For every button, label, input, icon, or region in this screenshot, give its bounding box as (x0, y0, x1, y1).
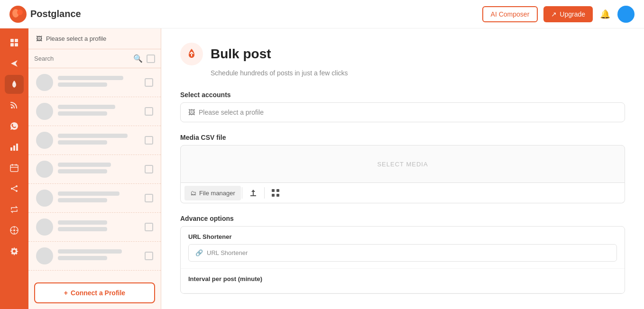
svg-point-21 (13, 229, 15, 231)
file-manager-label: File manager (199, 190, 235, 197)
sidebar-item-repost[interactable] (5, 200, 24, 219)
profile-sub-line (58, 256, 107, 260)
svg-rect-29 (276, 194, 279, 197)
profile-item-info (58, 105, 140, 118)
media-csv-section: Media CSV file SELECT MEDIA 🗂 File manag… (180, 134, 625, 203)
avatar (36, 132, 53, 149)
plus-icon: + (64, 289, 68, 297)
media-upload-area[interactable]: SELECT MEDIA (180, 145, 625, 183)
search-icon[interactable]: 🔍 (133, 54, 143, 63)
svg-rect-11 (10, 165, 18, 172)
icon-sidebar (0, 28, 28, 309)
page-header: Bulk post (180, 43, 625, 65)
svg-point-2 (17, 9, 23, 15)
list-item[interactable] (28, 213, 161, 242)
page-title: Bulk post (211, 46, 271, 62)
profile-sub-line (58, 140, 107, 145)
select-all-checkbox[interactable] (147, 55, 155, 63)
sidebar-item-share[interactable] (5, 179, 24, 198)
profile-checkbox[interactable] (145, 136, 153, 145)
profile-list (28, 68, 161, 277)
list-item[interactable] (28, 155, 161, 184)
header-right: AI Composer ↗ Upgrade 🔔 (482, 6, 635, 23)
upload-icon (249, 189, 258, 197)
profile-name-line (58, 105, 115, 109)
svg-rect-4 (15, 39, 18, 42)
advance-options-section: URL Shortener 🔗 URL Shortener Interval p… (180, 226, 625, 294)
sidebar-item-rss[interactable] (5, 96, 24, 115)
connect-profile-label: Connect a Profile (71, 289, 125, 297)
notification-icon[interactable]: 🔔 (598, 8, 612, 21)
sidebar-item-dashboard[interactable] (5, 33, 24, 52)
profile-checkbox[interactable] (145, 252, 153, 260)
avatar (36, 218, 53, 236)
svg-point-16 (16, 185, 18, 187)
upgrade-button[interactable]: ↗ Upgrade (543, 6, 593, 22)
svg-rect-3 (10, 39, 14, 42)
svg-line-18 (13, 187, 16, 188)
url-shortener-placeholder: URL Shortener (207, 249, 248, 256)
profile-checkbox[interactable] (145, 107, 153, 116)
search-input[interactable] (34, 55, 129, 62)
profile-checkbox[interactable] (145, 78, 153, 87)
header: Postglance AI Composer ↗ Upgrade 🔔 (0, 0, 644, 28)
list-item[interactable] (28, 184, 161, 213)
select-accounts-placeholder: Please select a profile (199, 109, 264, 116)
list-item[interactable] (28, 126, 161, 155)
upgrade-icon: ↗ (551, 10, 557, 18)
profile-checkbox[interactable] (145, 194, 153, 202)
svg-point-17 (16, 190, 18, 192)
select-accounts-box[interactable]: 🖼 Please select a profile (180, 102, 625, 122)
url-shortener-row: URL Shortener 🔗 URL Shortener (181, 227, 625, 269)
profile-icon: 🖼 (36, 35, 42, 42)
profile-checkbox[interactable] (145, 223, 153, 231)
sidebar-item-settings[interactable] (5, 242, 24, 261)
sidebar-item-calendar[interactable] (5, 158, 24, 177)
grid-view-button[interactable] (266, 185, 285, 201)
upload-button[interactable] (243, 185, 263, 201)
interval-label: Interval per post (minute) (188, 275, 617, 282)
sidebar-item-discovery[interactable] (5, 221, 24, 240)
select-accounts-label: Select accounts (180, 91, 625, 99)
sidebar-item-whatsapp[interactable] (5, 117, 24, 136)
logo-text: Postglance (30, 9, 81, 19)
sidebar-item-send[interactable] (5, 54, 24, 73)
select-media-text: SELECT MEDIA (377, 161, 428, 168)
avatar[interactable] (617, 6, 635, 23)
svg-rect-28 (272, 194, 275, 197)
avatar (36, 161, 53, 178)
profile-name-line (58, 220, 107, 225)
advance-options-title: Advance options (180, 215, 625, 222)
link-icon: 🔗 (195, 249, 203, 256)
grid-icon (271, 189, 280, 197)
profile-name-line (58, 191, 120, 196)
list-item[interactable] (28, 68, 161, 97)
list-item[interactable] (28, 97, 161, 126)
profile-search-bar: 🔍 (28, 49, 161, 68)
svg-rect-9 (13, 145, 15, 151)
file-manager-icon: 🗂 (190, 190, 196, 197)
svg-point-15 (11, 188, 13, 190)
list-item[interactable] (28, 242, 161, 271)
profile-item-info (58, 249, 140, 263)
svg-rect-6 (15, 43, 18, 46)
sidebar-item-analytics[interactable] (5, 137, 24, 156)
profile-item-info (58, 191, 140, 205)
main-layout: 🖼 Please select a profile 🔍 (0, 28, 644, 309)
media-csv-label: Media CSV file (180, 134, 625, 141)
file-manager-button[interactable]: 🗂 File manager (184, 186, 241, 200)
profile-sub-line (58, 198, 107, 202)
sidebar-item-bulk[interactable] (5, 75, 24, 94)
profile-sub-line (58, 169, 107, 173)
interval-row: Interval per post (minute) (181, 269, 625, 293)
url-shortener-label: URL Shortener (188, 233, 617, 240)
connect-profile-button[interactable]: + Connect a Profile (34, 282, 155, 303)
avatar (36, 247, 53, 264)
svg-rect-8 (10, 147, 12, 151)
ai-composer-button[interactable]: AI Composer (482, 6, 538, 22)
profile-checkbox[interactable] (145, 165, 153, 173)
url-shortener-input[interactable]: 🔗 URL Shortener (188, 244, 617, 262)
svg-rect-26 (272, 189, 275, 192)
profile-name-line (58, 76, 123, 80)
profile-sub-line (58, 227, 107, 231)
